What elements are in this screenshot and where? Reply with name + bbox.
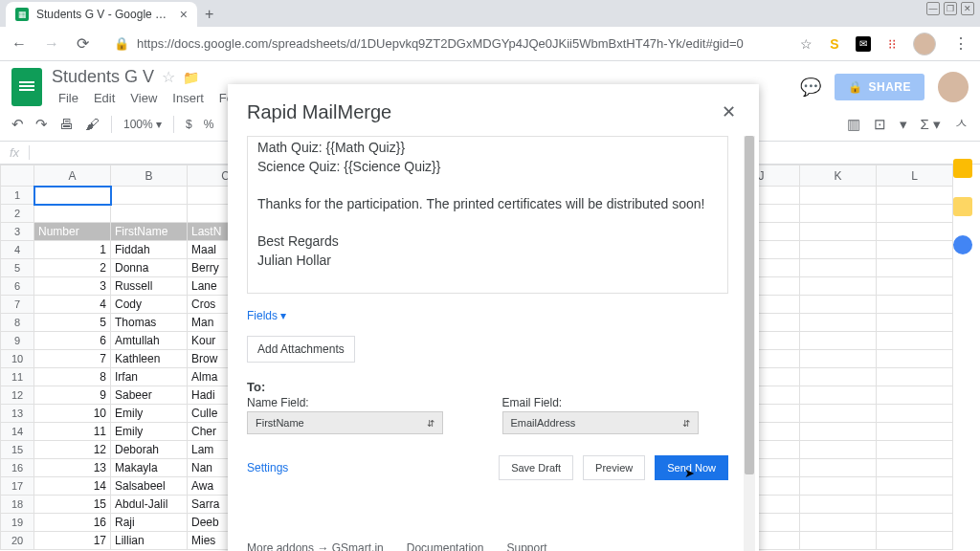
cell[interactable] [800, 277, 877, 296]
row-header[interactable]: 20 [1, 532, 34, 550]
row-header[interactable]: 7 [1, 296, 34, 314]
cell[interactable]: Donna [111, 259, 188, 277]
cell[interactable] [877, 405, 953, 423]
menu-file[interactable]: File [52, 89, 85, 107]
cell[interactable] [877, 532, 953, 550]
cell[interactable]: 13 [34, 459, 111, 477]
star-bookmark-icon[interactable]: ☆ [798, 36, 813, 52]
cell[interactable]: Sabeer [111, 386, 188, 405]
cell[interactable] [800, 441, 877, 459]
more-addons-link[interactable]: More addons → GSmart.in [247, 541, 384, 551]
col-header[interactable]: L [877, 165, 953, 187]
add-attachments-button[interactable]: Add Attachments [247, 336, 355, 363]
browser-menu-icon[interactable]: ⋮ [949, 31, 972, 56]
close-icon[interactable]: ✕ [718, 98, 740, 126]
cell[interactable]: Emily [111, 405, 188, 423]
cell[interactable]: Thomas [111, 314, 188, 332]
cell[interactable] [800, 187, 877, 205]
cell[interactable]: Number [34, 223, 111, 241]
star-icon[interactable]: ☆ [162, 68, 175, 86]
cell[interactable]: Amtullah [111, 332, 188, 350]
percent-format[interactable]: % [204, 118, 214, 131]
cell[interactable] [800, 423, 877, 441]
tasks-addon-icon[interactable] [953, 235, 972, 254]
col-header[interactable]: K [800, 165, 877, 187]
cell[interactable] [877, 496, 953, 514]
cell[interactable]: Salsabeel [111, 477, 188, 496]
row-header[interactable]: 5 [1, 259, 34, 277]
row-header[interactable]: 11 [1, 368, 34, 386]
col-header[interactable]: B [111, 165, 188, 187]
cell[interactable] [877, 368, 953, 386]
cell[interactable] [877, 205, 953, 223]
extension-mail-icon[interactable]: ✉ [856, 36, 871, 52]
row-header[interactable]: 10 [1, 350, 34, 368]
cell[interactable] [877, 459, 953, 477]
cell[interactable] [800, 532, 877, 550]
close-tab-icon[interactable]: × [180, 7, 188, 22]
cell[interactable] [800, 477, 877, 496]
cell[interactable] [800, 205, 877, 223]
cell[interactable] [877, 386, 953, 405]
keep-addon-icon[interactable] [953, 197, 972, 216]
row-header[interactable]: 18 [1, 496, 34, 514]
cell[interactable]: 3 [34, 277, 111, 296]
menu-edit[interactable]: Edit [87, 89, 122, 107]
close-window-button[interactable]: ✕ [961, 2, 974, 15]
email-field-select[interactable]: EmailAddress ⇵ [502, 411, 699, 434]
cell[interactable] [34, 187, 111, 205]
menu-insert[interactable]: Insert [166, 89, 211, 107]
cell[interactable] [877, 187, 953, 205]
save-draft-button[interactable]: Save Draft [499, 455, 573, 480]
cell[interactable]: Cody [111, 296, 188, 314]
cell[interactable]: Deborah [111, 441, 188, 459]
cell[interactable] [800, 314, 877, 332]
name-field-select[interactable]: FirstName ⇵ [247, 411, 443, 434]
cell[interactable]: 16 [34, 514, 111, 532]
insert-chart-icon[interactable]: ▥ [847, 116, 860, 133]
folder-icon[interactable]: 📁 [183, 70, 199, 85]
cell[interactable]: Abdul-Jalil [111, 496, 188, 514]
extension-dots-icon[interactable]: ⁝⁝ [884, 36, 900, 52]
cell[interactable]: Raji [111, 514, 188, 532]
cell[interactable] [877, 332, 953, 350]
cell[interactable]: 6 [34, 332, 111, 350]
cell[interactable]: FirstName [111, 223, 188, 241]
cell[interactable]: 12 [34, 441, 111, 459]
cell[interactable]: Russell [111, 277, 188, 296]
cell[interactable] [800, 259, 877, 277]
row-header[interactable]: 15 [1, 441, 34, 459]
select-all-corner[interactable] [1, 165, 34, 187]
cell[interactable] [800, 405, 877, 423]
menu-view[interactable]: View [123, 89, 164, 107]
cell[interactable]: 7 [34, 350, 111, 368]
cell[interactable] [800, 332, 877, 350]
row-header[interactable]: 9 [1, 332, 34, 350]
account-avatar[interactable] [938, 72, 969, 102]
row-header[interactable]: 1 [1, 187, 34, 205]
cell[interactable] [877, 514, 953, 532]
cell[interactable] [800, 459, 877, 477]
currency-format[interactable]: $ [186, 118, 192, 131]
row-header[interactable]: 2 [1, 205, 34, 223]
cell[interactable]: Lillian [111, 532, 188, 550]
filter-icon[interactable]: ▾ [900, 116, 907, 133]
cell[interactable] [34, 205, 111, 223]
row-header[interactable]: 4 [1, 241, 34, 259]
row-header[interactable]: 8 [1, 314, 34, 332]
row-header[interactable]: 19 [1, 514, 34, 532]
back-button[interactable]: ← [8, 32, 31, 56]
row-header[interactable]: 14 [1, 423, 34, 441]
row-header[interactable]: 16 [1, 459, 34, 477]
documentation-link[interactable]: Documentation [407, 541, 484, 551]
cell[interactable]: 1 [34, 241, 111, 259]
cell[interactable] [800, 350, 877, 368]
row-header[interactable]: 12 [1, 386, 34, 405]
redo-icon[interactable]: ↷ [35, 116, 48, 133]
cell[interactable] [111, 187, 188, 205]
cell[interactable] [800, 296, 877, 314]
row-header[interactable]: 17 [1, 477, 34, 496]
fields-dropdown-link[interactable]: Fields ▾ [247, 309, 286, 322]
cell[interactable]: 4 [34, 296, 111, 314]
cell[interactable] [800, 386, 877, 405]
